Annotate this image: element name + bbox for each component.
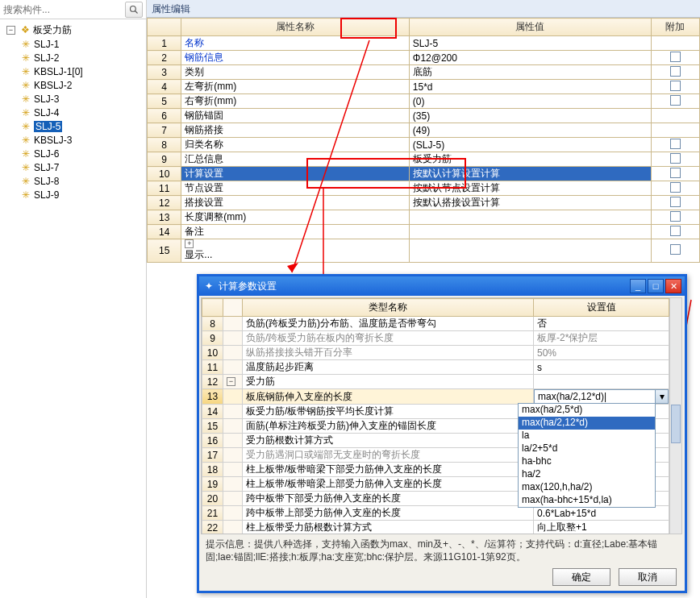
prop-add[interactable] — [651, 225, 699, 239]
prop-add[interactable] — [651, 65, 699, 80]
param-value[interactable]: max(ha/2,12*d)|▾ — [534, 389, 669, 405]
param-value[interactable]: 否 — [534, 317, 669, 331]
prop-value[interactable]: 按默认计算设置计算 — [409, 167, 651, 181]
prop-value[interactable]: 底筋 — [409, 65, 651, 80]
combo-option[interactable]: ha-bhc — [519, 455, 655, 468]
prop-value[interactable]: (35) — [409, 109, 651, 123]
tree-item[interactable]: ✳SLJ-2 — [19, 51, 146, 64]
prop-value[interactable]: 板受力筋 — [409, 152, 651, 167]
prop-add[interactable] — [651, 94, 699, 109]
checkbox[interactable] — [670, 66, 681, 77]
col-type-header[interactable]: 类型名称 — [243, 299, 534, 317]
prop-add[interactable] — [651, 51, 699, 65]
tree-item[interactable]: ✳SLJ-1 — [19, 37, 146, 51]
tree-item[interactable]: ✳SLJ-4 — [19, 106, 146, 119]
checkbox[interactable] — [670, 211, 681, 222]
prop-value[interactable]: SLJ-5 — [409, 36, 651, 51]
tree-item[interactable]: ✳SLJ-8 — [19, 174, 146, 188]
param-row[interactable]: 10纵筋搭接接头错开百分率50% — [202, 346, 669, 360]
combo-dropdown[interactable]: max(ha/2,5*d)max(ha/2,12*d)lala/2+5*dha-… — [518, 403, 656, 508]
combo-option[interactable]: max(ha-bhc+15*d,la) — [519, 494, 655, 507]
prop-add[interactable] — [651, 152, 699, 167]
scrollbar-thumb[interactable] — [671, 405, 681, 443]
checkbox[interactable] — [670, 182, 681, 193]
param-value[interactable]: 板厚-2*保护层 — [534, 331, 669, 346]
property-row[interactable]: 5右弯折(mm)(0) — [148, 94, 700, 109]
tree-item[interactable]: ✳SLJ-3 — [19, 92, 146, 106]
combo-option[interactable]: max(ha/2,5*d) — [519, 404, 655, 417]
checkbox[interactable] — [670, 81, 681, 91]
checkbox[interactable] — [670, 153, 681, 164]
combo-option[interactable]: la/2+5*d — [519, 442, 655, 455]
property-row[interactable]: 4左弯折(mm)15*d — [148, 80, 700, 94]
prop-add[interactable] — [651, 109, 699, 123]
combo-input[interactable]: max(ha/2,12*d)|▾ — [534, 389, 669, 404]
prop-value[interactable]: (49) — [409, 123, 651, 138]
maximize-button[interactable]: □ — [648, 279, 664, 293]
prop-add[interactable] — [651, 167, 699, 181]
prop-value[interactable] — [409, 210, 651, 225]
param-row[interactable]: 13板底钢筋伸入支座的长度max(ha/2,12*d)|▾ — [202, 389, 669, 405]
col-setval-header[interactable]: 设置值 — [534, 299, 669, 317]
checkbox[interactable] — [670, 226, 681, 236]
col-add-header[interactable]: 附加 — [651, 19, 699, 36]
prop-add[interactable] — [651, 181, 699, 196]
param-value[interactable]: 50% — [534, 346, 669, 360]
tree-item[interactable]: ✳KBSLJ-3 — [19, 133, 146, 147]
scrollbar[interactable] — [669, 297, 682, 534]
tree-root[interactable]: − ❖ 板受力筋 — [0, 23, 146, 37]
param-value[interactable] — [534, 375, 669, 389]
prop-add[interactable] — [651, 239, 699, 263]
collapse-icon[interactable]: − — [6, 26, 15, 35]
tree-item[interactable]: ✳SLJ-7 — [19, 160, 146, 174]
tree-item[interactable]: ✳SLJ-5 — [19, 119, 146, 133]
ok-button[interactable]: 确定 — [552, 568, 610, 586]
param-row[interactable]: 9负筋/跨板受力筋在板内的弯折长度板厚-2*保护层 — [202, 331, 669, 346]
checkbox[interactable] — [670, 168, 681, 178]
prop-value[interactable]: Φ12@200 — [409, 51, 651, 65]
property-row[interactable]: 9汇总信息板受力筋 — [148, 152, 700, 167]
param-value[interactable]: 向上取整+1 — [534, 521, 669, 535]
prop-value[interactable] — [409, 239, 651, 263]
prop-value[interactable]: 按默认节点设置计算 — [409, 181, 651, 196]
property-row[interactable]: 6钢筋锚固(35) — [148, 109, 700, 123]
prop-value[interactable]: (SLJ-5) — [409, 138, 651, 152]
tree-item[interactable]: ✳SLJ-9 — [19, 188, 146, 201]
param-row[interactable]: 8负筋(跨板受力筋)分布筋、温度筋是否带弯勾否 — [202, 317, 669, 331]
checkbox[interactable] — [670, 139, 681, 149]
param-value[interactable]: 0.6*Lab+15*d — [534, 506, 669, 521]
property-row[interactable]: 2钢筋信息Φ12@200 — [148, 51, 700, 65]
cancel-button[interactable]: 取消 — [619, 568, 677, 586]
combo-option[interactable]: max(120,h,ha/2) — [519, 481, 655, 494]
dialog-titlebar[interactable]: ✦ 计算参数设置 _ □ ✕ — [199, 276, 685, 296]
prop-add[interactable] — [651, 196, 699, 210]
property-row[interactable]: 10计算设置按默认计算设置计算 — [148, 167, 700, 181]
prop-value[interactable]: 按默认搭接设置计算 — [409, 196, 651, 210]
tree-item[interactable]: ✳KBSLJ-2 — [19, 78, 146, 92]
property-row[interactable]: 7钢筋搭接(49) — [148, 123, 700, 138]
property-row[interactable]: 13长度调整(mm) — [148, 210, 700, 225]
minimize-button[interactable]: _ — [630, 279, 646, 293]
prop-value[interactable] — [409, 225, 651, 239]
combo-option[interactable]: max(ha/2,12*d) — [519, 417, 655, 430]
collapse-icon[interactable]: − — [227, 377, 235, 386]
param-row[interactable]: 22柱上板带受力筋根数计算方式向上取整+1 — [202, 521, 669, 535]
property-row[interactable]: 1名称SLJ-5 — [148, 36, 700, 51]
checkbox[interactable] — [670, 52, 681, 62]
param-value[interactable]: s — [534, 360, 669, 375]
prop-add[interactable] — [651, 138, 699, 152]
expand-icon[interactable]: + — [185, 239, 194, 248]
property-row[interactable]: 15+显示... — [148, 239, 700, 263]
combo-option[interactable]: ha/2 — [519, 468, 655, 481]
param-row[interactable]: 21跨中板带上部受力筋伸入支座的长度0.6*Lab+15*d — [202, 506, 669, 521]
prop-add[interactable] — [651, 36, 699, 51]
combo-option[interactable]: la — [519, 430, 655, 442]
prop-value[interactable]: 15*d — [409, 80, 651, 94]
search-button[interactable] — [125, 2, 143, 18]
property-row[interactable]: 12搭接设置按默认搭接设置计算 — [148, 196, 700, 210]
col-name-header[interactable]: 属性名称 — [181, 19, 409, 36]
tree-item[interactable]: ✳SLJ-6 — [19, 147, 146, 160]
prop-value[interactable]: (0) — [409, 94, 651, 109]
param-row[interactable]: 11温度筋起步距离s — [202, 360, 669, 375]
checkbox[interactable] — [670, 244, 681, 255]
